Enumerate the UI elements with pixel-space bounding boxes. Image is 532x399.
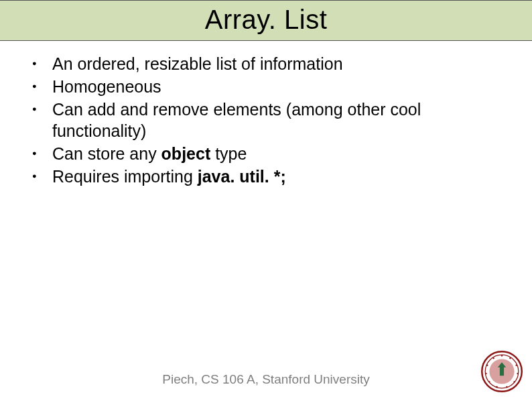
content-area: An ordered, resizable list of informatio… xyxy=(0,41,532,187)
svg-point-5 xyxy=(516,365,517,366)
svg-point-7 xyxy=(514,382,515,383)
list-item: Can add and remove elements (among other… xyxy=(52,99,498,141)
list-item: An ordered, resizable list of informatio… xyxy=(52,53,498,74)
list-item: Homogeneous xyxy=(52,76,498,97)
title-band: Array. List xyxy=(0,0,532,41)
svg-point-9 xyxy=(496,386,498,388)
svg-point-11 xyxy=(486,373,487,374)
svg-point-6 xyxy=(517,373,519,374)
stanford-seal-icon xyxy=(481,351,523,392)
svg-point-10 xyxy=(488,382,490,383)
list-item: Requires importing java. util. *; xyxy=(52,166,498,187)
bullet-list: An ordered, resizable list of informatio… xyxy=(52,53,498,187)
svg-point-12 xyxy=(486,365,488,366)
svg-point-3 xyxy=(501,355,503,357)
svg-point-8 xyxy=(507,386,508,388)
svg-point-4 xyxy=(509,357,511,359)
list-item: Can store any object type xyxy=(52,143,498,164)
svg-point-13 xyxy=(493,357,494,359)
footer-text: Piech, CS 106 A, Stanford University xyxy=(0,372,532,387)
slide-title: Array. List xyxy=(0,5,532,35)
